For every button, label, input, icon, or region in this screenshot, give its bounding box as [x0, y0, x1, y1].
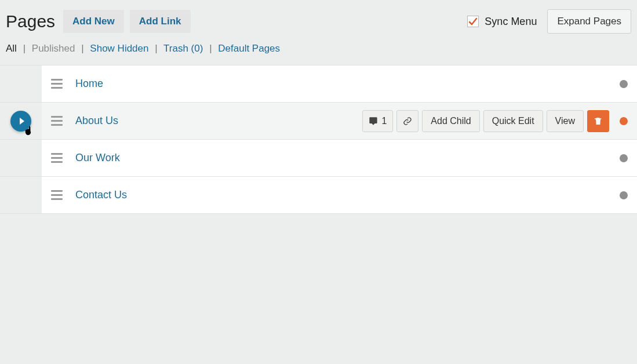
- link-button[interactable]: [396, 110, 418, 132]
- delete-button[interactable]: [587, 110, 609, 132]
- view-button[interactable]: View: [547, 110, 584, 132]
- page-name-link[interactable]: Our Work: [75, 152, 120, 164]
- filter-all[interactable]: All: [6, 43, 17, 54]
- comment-icon: [369, 117, 378, 126]
- row-gutter: [0, 140, 42, 176]
- page-row: ☝ About Us 1 Add Child Quick Edit View: [0, 103, 637, 140]
- page-title: Pages: [6, 12, 55, 31]
- add-child-button[interactable]: Add Child: [422, 110, 479, 132]
- expand-children-button[interactable]: ☝: [10, 111, 31, 132]
- add-new-button[interactable]: Add New: [63, 10, 124, 33]
- add-link-button[interactable]: Add Link: [130, 10, 191, 33]
- cursor-icon: ☝: [23, 126, 33, 135]
- trash-icon: [594, 117, 603, 126]
- status-dot-icon: [620, 80, 628, 88]
- drag-handle-icon[interactable]: [51, 115, 64, 128]
- row-content: Home: [42, 65, 637, 102]
- row-gutter: [0, 177, 42, 213]
- pages-list: Home ☝ About Us 1 Add Child: [0, 65, 637, 214]
- filter-show-hidden[interactable]: Show Hidden: [90, 43, 148, 54]
- page-row: Our Work: [0, 140, 637, 177]
- comments-count: 1: [381, 116, 387, 126]
- drag-handle-icon[interactable]: [51, 189, 64, 202]
- filter-published[interactable]: Published: [32, 43, 75, 54]
- status-dot-icon: [620, 154, 628, 162]
- drag-handle-icon[interactable]: [51, 152, 64, 165]
- checkbox-icon: [467, 16, 479, 27]
- comments-button[interactable]: 1: [362, 110, 393, 132]
- sync-menu-label: Sync Menu: [485, 16, 537, 28]
- status-dot-icon: [620, 191, 628, 199]
- quick-edit-button[interactable]: Quick Edit: [483, 110, 543, 132]
- page-row: Home: [0, 65, 637, 103]
- filter-trash[interactable]: Trash (0): [163, 43, 203, 54]
- row-content: Our Work: [42, 140, 637, 176]
- expand-pages-button[interactable]: Expand Pages: [547, 9, 631, 34]
- page-name-link[interactable]: About Us: [75, 115, 118, 127]
- sync-menu-checkbox[interactable]: Sync Menu: [467, 16, 537, 28]
- page-row: Contact Us: [0, 177, 637, 214]
- filter-bar: All | Published | Show Hidden | Trash (0…: [0, 39, 637, 65]
- play-icon: [20, 118, 24, 125]
- row-content: Contact Us: [42, 177, 637, 213]
- row-gutter: [0, 65, 42, 102]
- page-header: Pages Add New Add Link Sync Menu Expand …: [0, 0, 637, 39]
- row-actions: 1 Add Child Quick Edit View: [362, 110, 609, 132]
- page-name-link[interactable]: Home: [75, 78, 103, 90]
- drag-handle-icon[interactable]: [51, 78, 64, 90]
- row-content: About Us 1 Add Child Quick Edit View: [42, 103, 637, 139]
- page-name-link[interactable]: Contact Us: [75, 189, 127, 201]
- link-icon: [403, 117, 412, 126]
- status-dot-icon: [620, 117, 628, 125]
- row-gutter: ☝: [0, 103, 42, 139]
- filter-default-pages[interactable]: Default Pages: [218, 43, 280, 54]
